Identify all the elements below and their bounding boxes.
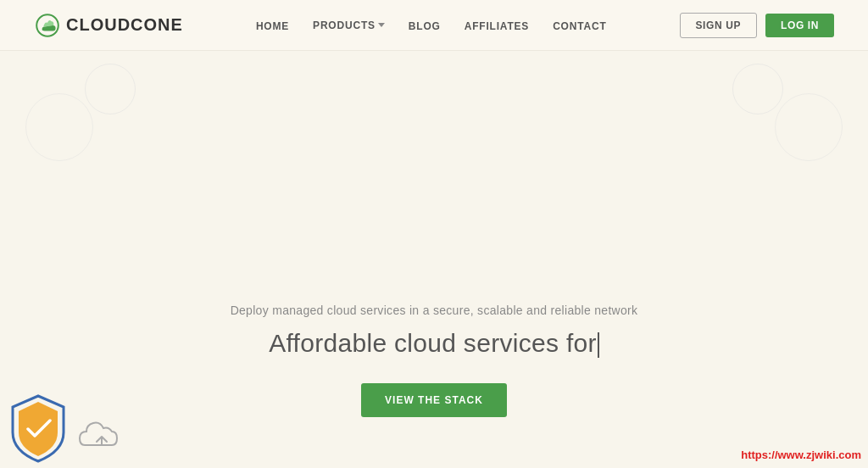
products-dropdown-arrow — [378, 23, 385, 27]
nav-link-affiliates[interactable]: AFFILIATES — [465, 20, 529, 32]
nav-item-blog[interactable]: BLOG — [409, 18, 441, 33]
nav-item-products[interactable]: PRODUCTS — [313, 20, 385, 31]
nav-link-home[interactable]: HOME — [256, 20, 289, 32]
hero-section: Deploy managed cloud services in a secur… — [0, 51, 868, 468]
logo-text: CLOUDCONE — [66, 15, 183, 35]
login-button[interactable]: LOG IN — [765, 14, 834, 37]
deco-circle-top-left — [85, 64, 136, 114]
logo[interactable]: CLOUDCONE — [34, 12, 183, 39]
deco-circle-mid-left — [25, 93, 93, 161]
nav-item-contact[interactable]: CONTACT — [553, 18, 606, 33]
hero-content: Deploy managed cloud services in a secur… — [231, 304, 638, 417]
nav-buttons: SIGN UP LOG IN — [680, 13, 834, 38]
hero-subtitle: Deploy managed cloud services in a secur… — [231, 304, 638, 317]
nav-link-products[interactable]: PRODUCTS — [313, 20, 385, 31]
nav-item-home[interactable]: HOME — [256, 18, 289, 33]
nav-links: HOME PRODUCTS BLOG AFFILIATES CONTACT — [256, 18, 607, 33]
view-stack-button[interactable]: VIEW THE STACK — [361, 383, 507, 417]
cloud-upload-icon — [76, 409, 127, 460]
watermark: https://www.zjwiki.com — [741, 448, 861, 461]
cloud-icon-container — [76, 409, 127, 460]
hero-title: Affordable cloud services for — [231, 329, 638, 358]
shield-icon-container — [0, 392, 76, 468]
signup-button[interactable]: SIGN UP — [680, 13, 758, 38]
nav-link-contact[interactable]: CONTACT — [553, 20, 606, 32]
navbar: CLOUDCONE HOME PRODUCTS BLOG AFFILIATES … — [0, 0, 868, 51]
shield-icon — [0, 392, 76, 468]
text-cursor — [598, 332, 599, 358]
deco-circle-mid-right — [775, 93, 843, 161]
nav-link-blog[interactable]: BLOG — [409, 20, 441, 32]
nav-item-affiliates[interactable]: AFFILIATES — [465, 18, 529, 33]
deco-circle-top-right — [732, 64, 783, 114]
logo-icon — [34, 12, 61, 39]
